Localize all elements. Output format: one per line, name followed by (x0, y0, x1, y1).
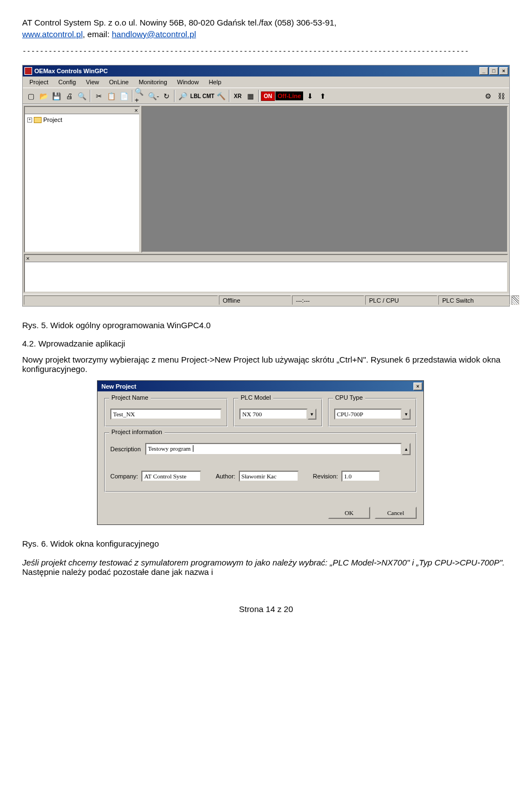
revision-label: Revision: (313, 473, 338, 480)
status-plc-switch: PLC Switch (438, 295, 510, 305)
copy-icon[interactable]: 📋 (105, 90, 117, 102)
status-time: ---:--- (292, 295, 364, 305)
status-bar: Offline ---:--- PLC / CPU PLC Switch (23, 294, 509, 306)
page-footer: Strona 14 z 20 (22, 604, 510, 614)
author-input[interactable] (239, 471, 299, 482)
status-field-1 (24, 295, 218, 305)
cpu-type-group: CPU Type ▼ (328, 398, 417, 427)
company-label: Company: (110, 473, 138, 480)
project-info-group: Project information Description Testowy … (104, 432, 417, 492)
separator (258, 90, 259, 102)
toolbar: ▢ 📂 💾 🖨 🔍 ✂ 📋 📄 🔍+ 🔍- ↻ 🔎 LBL CMT 🔨 XR ▦… (23, 88, 509, 104)
cpu-type-select[interactable] (334, 409, 402, 420)
app-window: OEMax Controls WinGPC _ □ × Project Conf… (22, 65, 510, 307)
lbl-button[interactable]: LBL (190, 90, 202, 102)
dialog-titlebar: New Project × (98, 381, 423, 391)
website-link[interactable]: www.atcontrol.pl (22, 29, 83, 39)
revision-input[interactable] (341, 471, 380, 482)
menu-bar: Project Config View OnLine Monitoring Wi… (23, 77, 509, 88)
preview-icon[interactable]: 🔍 (76, 90, 88, 102)
project-tree-pane: × + Project (24, 106, 140, 253)
plc-model-group: PLC Model ▼ (233, 398, 322, 427)
author-label: Author: (216, 473, 235, 480)
document-header: AT Control System Sp. z o.o ul. Nowiny 5… (22, 17, 510, 40)
settings-icon[interactable]: ⚙ (482, 90, 494, 102)
tree-root-item[interactable]: + Project (27, 116, 137, 123)
paragraph-2: Jeśli projekt chcemy testować z symulato… (22, 558, 510, 577)
chevron-down-icon[interactable]: ▼ (402, 409, 411, 420)
pane-close-icon[interactable]: × (26, 255, 29, 262)
menu-project[interactable]: Project (25, 78, 53, 86)
status-plc-cpu: PLC / CPU (365, 295, 437, 305)
on-badge[interactable]: ON (261, 91, 275, 101)
find-icon[interactable]: 🔎 (177, 90, 189, 102)
open-icon[interactable]: 📂 (38, 90, 50, 102)
save-icon[interactable]: 💾 (50, 90, 63, 102)
menu-monitoring[interactable]: Monitoring (134, 78, 171, 86)
refresh-icon[interactable]: ↻ (160, 90, 172, 102)
cpu-type-legend: CPU Type (333, 394, 365, 401)
app-title: OEMax Controls WinGPC (34, 68, 479, 74)
menu-help[interactable]: Help (204, 78, 226, 86)
project-info-legend: Project information (109, 429, 165, 435)
cancel-button[interactable]: Cancel (375, 507, 417, 519)
folder-icon (34, 117, 42, 123)
section-heading: 4.2. Wprowadzanie aplikacji (22, 339, 510, 348)
zoom-in-icon[interactable]: 🔍+ (135, 90, 147, 102)
offline-badge[interactable]: Off-Line (275, 91, 303, 100)
email-link[interactable]: handlowy@atcontrol.pl (112, 29, 196, 39)
cmt-button[interactable]: CMT (202, 90, 214, 102)
upload-icon[interactable]: ⬆ (316, 90, 329, 102)
pane-close-icon[interactable]: × (135, 107, 138, 114)
status-offline: Offline (219, 295, 291, 305)
company-input[interactable] (141, 471, 201, 482)
resize-grip[interactable] (511, 295, 519, 305)
app-titlebar: OEMax Controls WinGPC _ □ × (23, 65, 509, 77)
scroll-up-icon[interactable]: ▲ (402, 443, 411, 455)
separator (90, 90, 91, 102)
main-editor-pane (141, 106, 508, 253)
link-icon[interactable]: ⛓ (495, 90, 507, 102)
menu-config[interactable]: Config (54, 78, 80, 86)
restore-button[interactable]: □ (489, 67, 498, 75)
divider-line: ----------------------------------------… (22, 47, 510, 55)
ok-button[interactable]: OK (328, 507, 370, 519)
figure-caption-5: Rys. 5. Widok ogólny oprogramowania WinG… (22, 320, 510, 331)
output-pane: × (24, 254, 508, 293)
chevron-down-icon[interactable]: ▼ (308, 409, 316, 420)
separator (174, 90, 175, 102)
build-icon[interactable]: 🔨 (215, 90, 227, 102)
description-input[interactable]: Testowy program (145, 443, 402, 455)
separator (132, 90, 133, 102)
tree-root-label: Project (43, 116, 62, 123)
print-icon[interactable]: 🖨 (63, 90, 75, 102)
minimize-button[interactable]: _ (479, 67, 488, 75)
figure-caption-6: Rys. 6. Widok okna konfiguracyjnego (22, 538, 510, 549)
plc-model-select[interactable] (239, 409, 307, 420)
close-button[interactable]: × (499, 67, 508, 75)
email-prefix: , email: (83, 29, 112, 39)
company-line-1: AT Control System Sp. z o.o ul. Nowiny 5… (22, 18, 336, 27)
xr-button[interactable]: XR (232, 90, 244, 102)
paste-icon[interactable]: 📄 (118, 90, 130, 102)
expand-icon[interactable]: + (27, 118, 32, 123)
plc-model-legend: PLC Model (238, 394, 273, 401)
menu-online[interactable]: OnLine (105, 78, 133, 86)
new-project-dialog: New Project × Project Name PLC Model ▼ C… (97, 380, 424, 525)
grid-icon[interactable]: ▦ (244, 90, 257, 102)
menu-view[interactable]: View (81, 78, 104, 86)
separator (229, 90, 230, 102)
new-icon[interactable]: ▢ (25, 90, 37, 102)
workspace: × + Project (23, 104, 509, 254)
project-name-group: Project Name (104, 398, 228, 427)
project-name-input[interactable] (110, 409, 222, 420)
project-name-legend: Project Name (109, 394, 151, 401)
app-icon (24, 67, 32, 75)
cut-icon[interactable]: ✂ (93, 90, 105, 102)
dialog-title: New Project (99, 383, 413, 390)
dialog-close-button[interactable]: × (413, 383, 422, 390)
download-icon[interactable]: ⬇ (304, 90, 316, 102)
zoom-out-icon[interactable]: 🔍- (147, 90, 160, 102)
menu-window[interactable]: Window (173, 78, 203, 86)
description-label: Description (110, 446, 141, 452)
